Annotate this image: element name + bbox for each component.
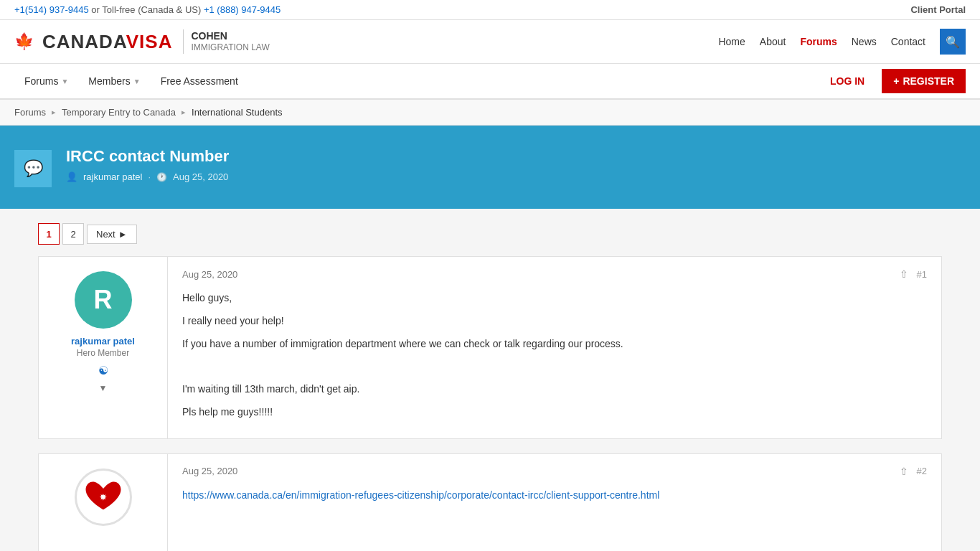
post-content-2: Aug 25, 2020 ⇧ #2 https://www.canada.ca/… [168, 454, 941, 551]
meta-dot: · [148, 171, 151, 182]
message-icon: 💬 [24, 159, 43, 178]
post-sidebar-1: R rajkumar patel Hero Member ☯ ▼ [39, 257, 168, 438]
page-1-button[interactable]: 1 [38, 223, 60, 245]
thread-title: IRCC contact Number [66, 147, 229, 166]
phone2-link[interactable]: +1 (888) 947-9445 [204, 4, 281, 15]
main-nav: Home About Forums News Contact 🔍 [718, 29, 966, 55]
post-role-1: Hero Member [77, 348, 129, 358]
post-num-2: #2 [917, 466, 927, 476]
post-num-1: #1 [917, 269, 927, 280]
post-username-1[interactable]: rajkumar patel [71, 336, 135, 347]
thread-banner: 💬 IRCC contact Number 👤 rajkumar patel ·… [0, 126, 980, 209]
breadcrumb-current: International Students [192, 107, 282, 118]
post-body-2: https://www.canada.ca/en/immigration-ref… [182, 487, 927, 504]
post-header-2: Aug 25, 2020 ⇧ #2 [182, 466, 927, 477]
main-content: 1 2 Next ► R rajkumar patel Hero Member … [24, 209, 956, 551]
nav-about[interactable]: About [760, 36, 786, 47]
subnav-forums[interactable]: Forums ▼ [14, 64, 78, 98]
nav-contact[interactable]: Contact [891, 36, 925, 47]
register-button[interactable]: + REGISTER [882, 69, 966, 93]
logo-text: CANADAVISA [42, 31, 172, 53]
breadcrumb-sep1: ▸ [52, 108, 56, 117]
forums-dropdown-arrow: ▼ [61, 77, 68, 85]
thread-title-area: IRCC contact Number 👤 rajkumar patel · 🕐… [66, 147, 229, 182]
user-badge-icon: ☯ [98, 364, 108, 377]
sub-nav-left: Forums ▼ Members ▼ Free Assessment [14, 64, 248, 98]
thread-meta: 👤 rajkumar patel · 🕐 Aug 25, 2020 [66, 171, 229, 182]
pagination: 1 2 Next ► [38, 223, 942, 245]
phone1-link[interactable]: +1(514) 937-9445 [14, 4, 89, 15]
post-actions-2: ⇧ #2 [900, 466, 927, 477]
post-sidebar-2 [39, 454, 168, 551]
user-icon: 👤 [66, 171, 77, 182]
thread-date: Aug 25, 2020 [173, 171, 228, 182]
sub-nav-right: LOG IN + REGISTER [820, 69, 966, 93]
post-username-2 [102, 533, 105, 544]
post-content-1: Aug 25, 2020 ⇧ #1 Hello guys, I really n… [168, 257, 941, 438]
members-dropdown-arrow: ▼ [133, 77, 141, 85]
breadcrumb-forums[interactable]: Forums [14, 107, 46, 118]
login-button[interactable]: LOG IN [820, 70, 875, 93]
next-arrow-icon: ► [118, 229, 128, 240]
breadcrumb-sep2: ▸ [182, 108, 186, 117]
thread-author[interactable]: rajkumar patel [83, 171, 142, 182]
share-button-1[interactable]: ⇧ [900, 268, 908, 280]
post-date-1: Aug 25, 2020 [182, 269, 237, 280]
search-button[interactable]: 🔍 [940, 29, 966, 55]
site-header: 🍁 CANADAVISA COHEN IMMIGRATION LAW Home … [0, 20, 980, 64]
post-actions-1: ⇧ #1 [900, 268, 927, 280]
subnav-members[interactable]: Members ▼ [78, 64, 150, 98]
top-bar: +1(514) 937-9445 or Toll-free (Canada & … [0, 0, 980, 20]
post-card-2: Aug 25, 2020 ⇧ #2 https://www.canada.ca/… [38, 453, 942, 551]
contact-info: +1(514) 937-9445 or Toll-free (Canada & … [14, 4, 281, 15]
post-date-2: Aug 25, 2020 [182, 466, 237, 476]
avatar-1: R [75, 271, 132, 329]
ircc-link[interactable]: https://www.canada.ca/en/immigration-ref… [182, 489, 659, 501]
nav-home[interactable]: Home [718, 36, 745, 47]
page-2-button[interactable]: 2 [62, 223, 84, 245]
thread-icon: 💬 [14, 150, 52, 187]
nav-news[interactable]: News [852, 36, 877, 47]
canada-flag-avatar [78, 472, 128, 522]
logo-sub: COHEN IMMIGRATION LAW [183, 29, 269, 54]
post-header-1: Aug 25, 2020 ⇧ #1 [182, 268, 927, 280]
subnav-free-assessment[interactable]: Free Assessment [151, 64, 248, 98]
search-icon: 🔍 [946, 35, 960, 49]
page-next-button[interactable]: Next ► [87, 225, 137, 244]
avatar-2 [75, 468, 132, 526]
sub-nav: Forums ▼ Members ▼ Free Assessment LOG I… [0, 64, 980, 100]
separator-text: or Toll-free (Canada & US) [91, 4, 204, 15]
maple-leaf-icon: 🍁 [14, 32, 34, 51]
breadcrumb-temp-entry[interactable]: Temporary Entry to Canada [62, 107, 176, 118]
clock-icon: 🕐 [156, 172, 167, 182]
expand-button-1[interactable]: ▼ [99, 383, 108, 393]
post-card-1: R rajkumar patel Hero Member ☯ ▼ Aug 25,… [38, 256, 942, 439]
logo[interactable]: 🍁 CANADAVISA COHEN IMMIGRATION LAW [14, 29, 270, 54]
breadcrumb: Forums ▸ Temporary Entry to Canada ▸ Int… [0, 100, 980, 126]
nav-forums[interactable]: Forums [800, 36, 837, 47]
client-portal-link[interactable]: Client Portal [910, 4, 966, 15]
register-plus-icon: + [893, 75, 899, 87]
share-button-2[interactable]: ⇧ [900, 466, 908, 477]
post-body-1: Hello guys, I really need your help! If … [182, 290, 927, 421]
